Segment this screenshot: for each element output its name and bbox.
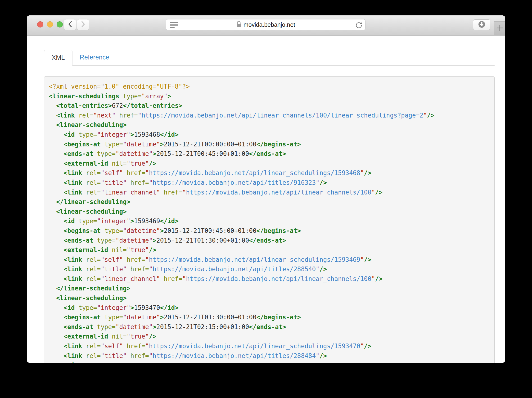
code-line: <link rel="linear_channel" href="https:/… [49, 188, 490, 197]
code-line: <link rel="linear_channel" href="https:/… [49, 360, 490, 363]
code-line: <link rel="self" href="https://movida.be… [49, 341, 490, 351]
code-line: <link rel="self" href="https://movida.be… [49, 168, 490, 178]
code-line: <external-id nil="true"/> [49, 245, 490, 255]
browser-window: movida.bebanjo.net [27, 15, 505, 363]
code-line: <ends-at type="datetime">2015-12-21T01:3… [49, 236, 490, 246]
download-icon [478, 21, 486, 29]
tab-reference[interactable]: Reference [72, 50, 117, 65]
code-line: <linear-scheduling> [49, 293, 490, 303]
code-line: <external-id nil="true"/> [49, 332, 490, 341]
code-line: <link rel="next" href="https://movida.be… [49, 111, 490, 120]
code-line: <begins-at type="datetime">2015-12-21T01… [49, 312, 490, 322]
code-line: <ends-at type="datetime">2015-12-21T00:4… [49, 149, 490, 159]
address-bar[interactable]: movida.bebanjo.net [166, 19, 366, 30]
address-content: movida.bebanjo.net [236, 21, 295, 28]
code-line: <linear-schedulings type="array"> [49, 91, 490, 101]
tab-xml[interactable]: XML [44, 50, 72, 66]
code-line: </linear-scheduling> [49, 197, 490, 207]
download-button[interactable] [473, 19, 490, 30]
plus-icon [496, 24, 503, 32]
reload-button[interactable] [355, 21, 363, 29]
nav-buttons [64, 19, 89, 30]
code-line: </linear-scheduling> [49, 284, 490, 293]
code-line: <id type="integer">1593468</id> [49, 130, 490, 139]
minimize-icon[interactable] [47, 21, 53, 27]
tab-reference-label: Reference [80, 54, 109, 61]
xml-code: <?xml version="1.0" encoding="UTF-8"?><l… [44, 76, 494, 363]
window-controls [37, 21, 63, 27]
new-tab-button[interactable] [494, 21, 505, 35]
code-line: <link rel="title" href="https://movida.b… [49, 351, 490, 361]
code-line: <begins-at type="datetime">2015-12-21T00… [49, 226, 490, 236]
code-line: <begins-at type="datetime">2015-12-21T00… [49, 139, 490, 149]
reader-lines-icon[interactable] [169, 22, 179, 29]
code-line: <id type="integer">1593469</id> [49, 216, 490, 226]
code-line: <ends-at type="datetime">2015-12-21T02:1… [49, 322, 490, 332]
code-line: <?xml version="1.0" encoding="UTF-8"?> [49, 82, 490, 91]
code-line: <linear-scheduling> [49, 120, 490, 130]
lock-icon [236, 21, 241, 28]
zoom-icon[interactable] [57, 21, 63, 27]
code-line: <total-entries>672</total-entries> [49, 101, 490, 111]
forward-icon [81, 21, 86, 29]
code-line: <link rel="title" href="https://movida.b… [49, 178, 490, 188]
close-icon[interactable] [37, 21, 43, 27]
code-line: <link rel="title" href="https://movida.b… [49, 264, 490, 274]
code-line: <linear-scheduling> [49, 207, 490, 216]
page-content: XML Reference <?xml version="1.0" encodi… [27, 36, 505, 363]
url-text: movida.bebanjo.net [243, 21, 295, 28]
code-line: <link rel="linear_channel" href="https:/… [49, 274, 490, 284]
browser-toolbar: movida.bebanjo.net [27, 15, 505, 36]
tab-xml-label: XML [52, 54, 65, 61]
back-button[interactable] [64, 19, 76, 30]
tabs-row: XML Reference [44, 50, 494, 66]
code-line: <id type="integer">1593470</id> [49, 303, 490, 313]
back-icon [68, 21, 73, 29]
code-line: <link rel="self" href="https://movida.be… [49, 255, 490, 265]
code-line: <external-id nil="true"/> [49, 159, 490, 168]
forward-button[interactable] [77, 19, 89, 30]
